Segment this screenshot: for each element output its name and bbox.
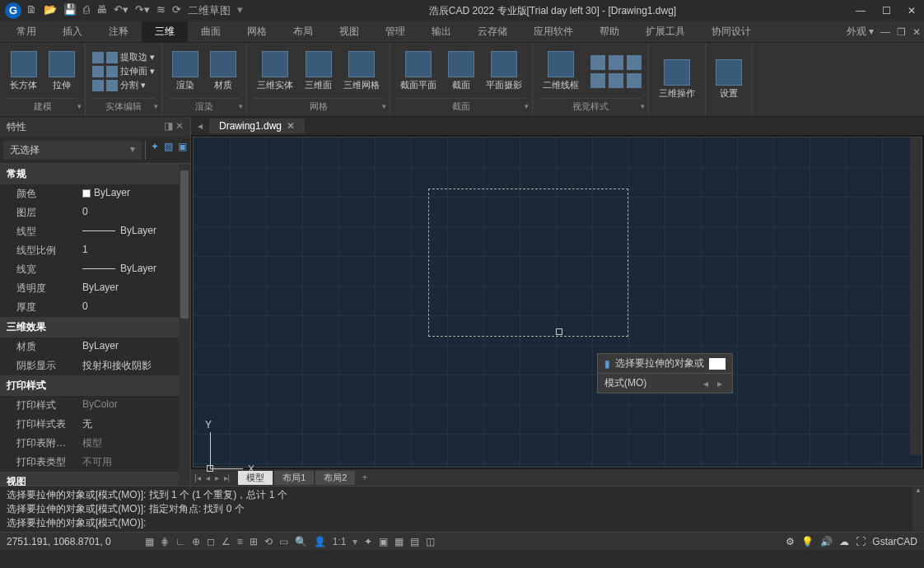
command-line[interactable]: 选择要拉伸的对象或[模式(MO)]: 找到 1 个 (1 个重复)，总计 1 个… [0, 486, 924, 532]
ribbon-三维操作-button[interactable]: 三维操作 [656, 58, 698, 101]
visual-style-preset-4[interactable] [609, 73, 623, 88]
menu-tab-管理[interactable]: 管理 [372, 21, 418, 42]
maximize-canvas-icon[interactable]: ⛶ [856, 536, 866, 547]
props-row-厚度[interactable]: 厚度0 [0, 298, 190, 317]
ribbon-三维实体-button[interactable]: 三维实体 [254, 49, 296, 93]
props-row-线型比例[interactable]: 线型比例1 [0, 241, 190, 260]
close-button[interactable]: ✕ [904, 3, 919, 18]
app-logo[interactable] [5, 2, 21, 19]
ribbon-拉伸面-button[interactable]: 拉伸面 ▾ [92, 65, 155, 77]
visual-style-preset-0[interactable] [590, 55, 605, 70]
props-row-材质[interactable]: 材质ByLayer [0, 338, 190, 356]
layout-tab-模型[interactable]: 模型 [238, 471, 273, 485]
canvas-vertical-scrollbar[interactable] [910, 137, 922, 455]
undo-icon[interactable]: ↶▾ [114, 3, 128, 18]
ribbon-设置-button[interactable]: 设置 [712, 58, 745, 101]
last-layout-icon[interactable]: ▸| [224, 473, 231, 482]
osnap-toggle[interactable]: ◻ [207, 536, 215, 547]
ribbon-三维网格-button[interactable]: 三维网格 [340, 49, 383, 93]
close-tab-icon[interactable]: ✕ [287, 120, 295, 132]
s1-icon[interactable]: ✦ [364, 536, 372, 547]
props-row-打印表附…[interactable]: 打印表附…模型 [0, 434, 190, 453]
cycling-toggle[interactable]: ⟲ [264, 536, 273, 547]
visual-style-preset-2[interactable] [627, 55, 642, 70]
s5-icon[interactable]: ◫ [426, 536, 435, 547]
menu-tab-曲面[interactable]: 曲面 [188, 21, 234, 42]
appearance-dropdown[interactable]: 外观 ▾ [847, 25, 874, 39]
ribbon-截面-button[interactable]: 截面 [445, 49, 478, 93]
space-dropdown[interactable]: 二维草图 [188, 3, 231, 18]
snap-toggle[interactable]: ⋕ [161, 536, 169, 547]
visual-style-preset-5[interactable] [627, 73, 642, 88]
menu-tab-视图[interactable]: 视图 [326, 21, 372, 42]
menu-tab-扩展工具[interactable]: 扩展工具 [632, 21, 698, 42]
coordinates-display[interactable]: 2751.191, 1068.8701, 0 [7, 536, 138, 547]
cloud-icon[interactable]: ☁ [839, 536, 849, 547]
print-icon[interactable]: 🖶 [96, 3, 107, 18]
doc-minimize-button[interactable]: — [880, 26, 890, 38]
scale-display[interactable]: 1:1 [333, 536, 347, 547]
layout-tab-布局2[interactable]: 布局2 [315, 471, 355, 485]
ribbon-截面平面-button[interactable]: 截面平面 [397, 49, 440, 93]
dynamic-input-field[interactable] [709, 358, 726, 370]
menu-tab-注释[interactable]: 注释 [96, 21, 142, 42]
document-tab[interactable]: Drawing1.dwg✕ [209, 119, 305, 133]
doc-restore-button[interactable]: ❐ [897, 26, 906, 38]
props-row-打印样式[interactable]: 打印样式ByColor [0, 396, 190, 415]
polar-toggle[interactable]: ⊕ [192, 536, 200, 547]
select-objects-icon[interactable]: ▧ [164, 141, 173, 160]
save-icon[interactable]: 💾 [63, 3, 77, 18]
person-icon[interactable]: 👤 [314, 536, 326, 547]
maximize-button[interactable]: ☐ [879, 3, 894, 18]
speaker-icon[interactable]: 🔊 [820, 536, 833, 547]
settings-gear-icon[interactable]: ⚙ [786, 536, 795, 547]
menu-tab-输出[interactable]: 输出 [418, 21, 464, 42]
ribbon-分割-button[interactable]: 分割 ▾ [92, 79, 155, 91]
quick-select-icon[interactable]: ▣ [178, 141, 187, 160]
props-row-打印表类型[interactable]: 打印表类型不可用 [0, 453, 190, 472]
props-section-常规[interactable]: 常规 [0, 164, 190, 184]
dynamic-input-toggle[interactable]: ⊞ [250, 536, 258, 547]
rotate-icon[interactable]: ⟳ [172, 3, 181, 18]
layers-icon[interactable]: ≋ [156, 3, 166, 18]
props-row-透明度[interactable]: 透明度ByLayer [0, 279, 190, 298]
ribbon-材质-button[interactable]: 材质 [207, 49, 240, 93]
ribbon-渲染-button[interactable]: 渲染 [169, 49, 202, 93]
props-row-颜色[interactable]: 颜色ByLayer [0, 184, 190, 203]
props-row-线型[interactable]: 线型ByLayer [0, 222, 190, 241]
props-row-阴影显示[interactable]: 阴影显示投射和接收阴影 [0, 356, 190, 375]
ribbon-长方体-button[interactable]: 长方体 [7, 49, 40, 93]
menu-tab-应用软件[interactable]: 应用软件 [520, 21, 586, 42]
menu-tab-插入[interactable]: 插入 [49, 21, 96, 42]
s2-icon[interactable]: ▣ [379, 536, 388, 547]
props-row-图层[interactable]: 图层0 [0, 203, 190, 222]
ribbon-提取边-button[interactable]: 提取边 ▾ [92, 51, 155, 63]
menu-tab-网格[interactable]: 网格 [234, 21, 280, 42]
menu-tab-协同设计[interactable]: 协同设计 [698, 21, 764, 42]
bulb-icon[interactable]: 💡 [801, 536, 814, 547]
otrack-toggle[interactable]: ∠ [222, 536, 231, 547]
open-icon[interactable]: 📂 [44, 3, 57, 18]
redo-icon[interactable]: ↷▾ [135, 3, 150, 18]
minimize-button[interactable]: — [852, 3, 869, 18]
selection-filter[interactable]: 无选择 ▾ [3, 141, 142, 160]
menu-tab-三维[interactable]: 三维 [142, 21, 188, 42]
grid-toggle[interactable]: ▦ [145, 536, 154, 547]
ribbon-二维线框-button[interactable]: 二维线框 [539, 49, 582, 93]
lineweight-toggle[interactable]: ≡ [237, 536, 243, 547]
model-toggle[interactable]: ▭ [279, 536, 288, 547]
ribbon-拉伸-button[interactable]: 拉伸 [45, 49, 78, 93]
doc-close-button[interactable]: ✕ [912, 26, 921, 38]
ribbon-三维面-button[interactable]: 三维面 [301, 49, 335, 93]
props-row-线宽[interactable]: 线宽ByLayer [0, 260, 190, 279]
layout-tab-布局1[interactable]: 布局1 [274, 471, 314, 485]
pickadd-icon[interactable]: ✦ [151, 141, 159, 160]
props-row-打印样式表[interactable]: 打印样式表无 [0, 415, 190, 434]
s4-icon[interactable]: ▤ [410, 536, 419, 547]
menu-tab-常用[interactable]: 常用 [3, 21, 49, 42]
saveas-icon[interactable]: ⎙ [83, 3, 90, 18]
menu-tab-帮助[interactable]: 帮助 [586, 21, 632, 42]
drawing-canvas[interactable]: ▮选择要拉伸的对象或 模式(MO)◂ ▸ YX [193, 137, 922, 468]
visual-style-preset-3[interactable] [590, 73, 605, 88]
visual-style-preset-1[interactable] [609, 55, 623, 70]
